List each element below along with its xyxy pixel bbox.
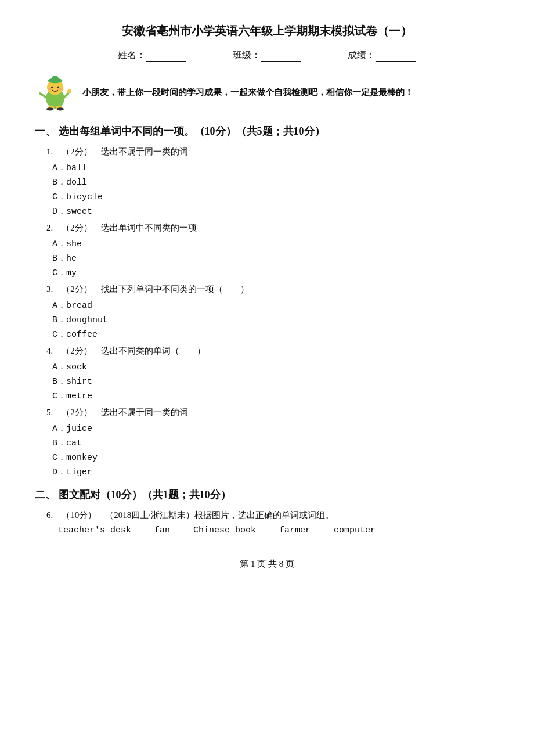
option-1c[interactable]: C．bicycle	[46, 191, 499, 202]
page-footer: 第 1 页 共 8 页	[35, 559, 499, 570]
option-1d[interactable]: D．sweet	[46, 206, 499, 217]
option-5a[interactable]: A．juice	[46, 423, 499, 434]
name-field: 姓名：	[118, 49, 186, 62]
intro-section: 小朋友，带上你一段时间的学习成果，一起来做个自我检测吧，相信你一定是最棒的！	[35, 72, 499, 113]
option-3a[interactable]: A．bread	[46, 300, 499, 311]
question-2-header: 2. （2分） 选出单词中不同类的一项	[46, 222, 499, 233]
option-1a[interactable]: A．ball	[46, 162, 499, 173]
header-info: 姓名： 班级： 成绩：	[35, 49, 499, 62]
class-field: 班级：	[233, 49, 301, 62]
option-3c[interactable]: C．coffee	[46, 329, 499, 340]
option-3b[interactable]: B．doughnut	[46, 314, 499, 325]
word-bank: teacher's desk fan Chinese book farmer c…	[46, 525, 499, 535]
section2-title: 二、 图文配对（10分）（共1题；共10分）	[35, 488, 499, 502]
score-field: 成绩：	[348, 49, 416, 62]
question-4-header: 4. （2分） 选出不同类的单词（ ）	[46, 345, 499, 357]
question-5-header: 5. （2分） 选出不属于同一类的词	[46, 407, 499, 418]
option-2c[interactable]: C．my	[46, 267, 499, 278]
option-4a[interactable]: A．sock	[46, 361, 499, 372]
svg-point-14	[67, 89, 71, 93]
question-6: 6. （10分） （2018四上·浙江期末）根据图片，选出正确的单词或词组。 t…	[35, 510, 499, 535]
word-1: teacher's desk	[58, 525, 131, 535]
word-4: farmer	[279, 525, 311, 535]
question-3: 3. （2分） 找出下列单词中不同类的一项（ ） A．bread B．dough…	[35, 284, 499, 340]
option-2a[interactable]: A．she	[46, 238, 499, 249]
word-5: computer	[334, 525, 376, 535]
option-5d[interactable]: D．tiger	[46, 466, 499, 477]
option-5b[interactable]: B．cat	[46, 437, 499, 448]
word-3: Chinese book	[193, 525, 256, 535]
mascot-icon	[35, 72, 75, 113]
intro-text: 小朋友，带上你一段时间的学习成果，一起来做个自我检测吧，相信你一定是最棒的！	[82, 87, 413, 98]
option-1b[interactable]: B．doll	[46, 177, 499, 188]
section1-title: 一、 选出每组单词中不同的一项。（10分）（共5题；共10分）	[35, 124, 499, 138]
svg-line-12	[40, 93, 46, 98]
question-5: 5. （2分） 选出不属于同一类的词 A．juice B．cat C．monke…	[35, 407, 499, 477]
svg-point-7	[58, 88, 62, 90]
question-2: 2. （2分） 选出单词中不同类的一项 A．she B．he C．my	[35, 222, 499, 278]
svg-rect-3	[52, 76, 59, 81]
word-2: fan	[154, 525, 170, 535]
question-6-header: 6. （10分） （2018四上·浙江期末）根据图片，选出正确的单词或词组。	[46, 510, 499, 521]
svg-point-11	[57, 107, 64, 110]
page-title: 安徽省亳州市小学英语六年级上学期期末模拟试卷（一）	[35, 23, 499, 39]
svg-point-10	[46, 107, 53, 110]
option-2b[interactable]: B．he	[46, 253, 499, 264]
question-4: 4. （2分） 选出不同类的单词（ ） A．sock B．shirt C．met…	[35, 345, 499, 401]
question-3-header: 3. （2分） 找出下列单词中不同类的一项（ ）	[46, 284, 499, 295]
question-1-header: 1. （2分） 选出不属于同一类的词	[46, 146, 499, 157]
svg-point-6	[48, 88, 52, 90]
option-4b[interactable]: B．shirt	[46, 376, 499, 387]
option-5c[interactable]: C．monkey	[46, 452, 499, 463]
option-4c[interactable]: C．metre	[46, 390, 499, 401]
question-1: 1. （2分） 选出不属于同一类的词 A．ball B．doll C．bicyc…	[35, 146, 499, 217]
